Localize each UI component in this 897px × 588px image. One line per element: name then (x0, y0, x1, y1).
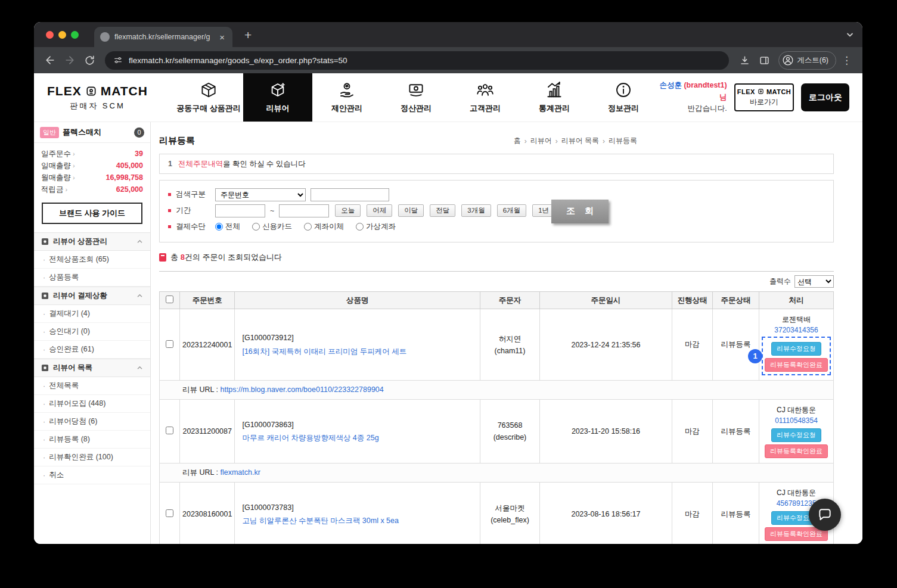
search-submit-button[interactable]: 조 회 (551, 200, 609, 223)
payment-radio[interactable] (215, 223, 223, 231)
sidebar-item-product-register[interactable]: ·상품등록 (34, 269, 150, 287)
bullet: · (43, 418, 45, 426)
browser-menu-icon[interactable]: ⋮ (838, 54, 855, 67)
payment-option-card[interactable]: 신용카드 (252, 222, 292, 232)
sidebar-item-cancel[interactable]: ·취소 (34, 466, 150, 484)
stat-monthly-sales[interactable]: 월매출량 › 16,998,758 (41, 172, 143, 183)
sidebar-item-payment-waiting[interactable]: ·결제대기 (4) (34, 305, 150, 323)
chevron-up-icon[interactable] (136, 294, 143, 298)
minimize-window-button[interactable] (58, 31, 66, 39)
sidebar-item-full-list[interactable]: ·전체목록 (34, 377, 150, 395)
payment-option-virtual[interactable]: 가상계좌 (356, 222, 396, 232)
flexmatch-logo[interactable]: FLEX MATCH 판매자 SCM (34, 73, 163, 122)
nav-item-group-products[interactable]: 공동구매 상품관리 (174, 73, 243, 122)
sidebar-item-all-products[interactable]: ·전체상품조회 (65) (34, 251, 150, 269)
nav-item-settlement[interactable]: 정산관리 (381, 73, 451, 122)
sidebar-section-reviewer-payments[interactable]: 리뷰어 결제상황 (34, 287, 150, 305)
product-cell: [G1000073863] 마무르 캐리어 차량용방향제색상 4종 25g (235, 400, 480, 463)
output-count-select[interactable]: 선택 (794, 275, 834, 288)
chevron-up-icon[interactable] (136, 239, 143, 244)
nav-item-proposals[interactable]: 제안관리 (312, 73, 381, 122)
forward-button[interactable] (61, 51, 79, 69)
payment-radio[interactable] (304, 223, 312, 231)
search-keyword-input[interactable] (311, 188, 389, 201)
nav-item-customers[interactable]: 고객관리 (451, 73, 520, 122)
url-bar[interactable]: flexmatch.kr/sellermanager/goods_e/exp_o… (105, 51, 729, 70)
back-button[interactable] (41, 51, 59, 69)
review-confirm-complete-button[interactable]: 리뷰등록확인완료 (765, 444, 828, 458)
payment-radio[interactable] (252, 223, 260, 231)
sidebar-item-review-confirmed[interactable]: ·리뷰확인완료 (100) (34, 449, 150, 466)
zoom-window-button[interactable] (71, 31, 79, 39)
new-tab-button[interactable]: + (240, 27, 256, 42)
review-url-link[interactable]: flexmatch.kr (220, 468, 260, 477)
breadcrumb-reviewer[interactable]: 리뷰어 (530, 136, 552, 146)
nav-item-reviewer[interactable]: 리뷰어 (243, 73, 312, 122)
review-edit-request-button[interactable]: 리뷰수정요청 (771, 428, 821, 442)
period-from-input[interactable] (215, 204, 265, 217)
payment-option-all[interactable]: 전체 (215, 222, 240, 232)
bullet: · (43, 382, 45, 390)
browser-tab[interactable]: flexmatch.kr/sellermanager/g × (94, 27, 232, 47)
review-url-link[interactable]: https://m.blog.naver.com/boe0110/2233227… (220, 385, 383, 394)
sidebar-item-reviewer-winner[interactable]: ·리뷰어당첨 (6) (34, 413, 150, 431)
side-panel-icon[interactable] (755, 51, 773, 69)
sidebar-item-label: 리뷰등록 (8) (49, 434, 90, 444)
stat-daily-sales[interactable]: 일매출량 › 405,000 (41, 160, 143, 172)
row-checkbox[interactable] (166, 427, 173, 434)
logout-button[interactable]: 로그아웃 (801, 83, 849, 111)
tab-close-icon[interactable]: × (218, 32, 226, 42)
row-checkbox[interactable] (166, 340, 173, 348)
orderer-cell[interactable]: 허지연 (cham11) (480, 309, 540, 381)
tracking-number-link[interactable]: 37203414356 (762, 325, 831, 335)
sidebar: 일반 플렉스매치 0 일주문수 › 39 일매출량 › 40 (34, 122, 151, 544)
sidebar-section-reviewer-list[interactable]: 리뷰어 목록 (34, 359, 150, 377)
review-confirm-complete-button[interactable]: 리뷰등록확인완료 (765, 358, 828, 372)
product-name-link[interactable]: 마무르 캐리어 차량용방향제색상 4종 25g (242, 431, 477, 445)
chart-icon (545, 81, 563, 99)
close-window-button[interactable] (46, 31, 54, 39)
stat-points[interactable]: 적립금 › 625,000 (41, 183, 143, 195)
result-prefix: 총 (170, 253, 181, 262)
nav-item-statistics[interactable]: 통계관리 (520, 73, 589, 122)
flexmatch-shortcut-button[interactable]: FLEX MATCH 바로가기 (734, 83, 794, 111)
period-yesterday-button[interactable]: 어제 (367, 204, 392, 217)
reload-button[interactable] (80, 51, 98, 69)
brand-guide-button[interactable]: 브랜드 사용 가이드 (42, 203, 142, 224)
orderer-cell[interactable]: 서울마켓 (celeb_flex) (480, 483, 540, 545)
chevron-up-icon[interactable] (136, 366, 143, 370)
tracking-number-link[interactable]: 01110548354 (762, 415, 831, 426)
download-icon[interactable] (735, 51, 753, 69)
period-to-input[interactable] (279, 204, 329, 217)
stat-daily-orders[interactable]: 일주문수 › 39 (41, 148, 143, 160)
search-type-select[interactable]: 주문번호 (215, 188, 306, 201)
sidebar-item-approval-done[interactable]: ·승인완료 (61) (34, 341, 150, 359)
col-order-date: 주문일시 (540, 292, 672, 309)
orderer-cell[interactable]: 763568 (describe) (480, 400, 540, 463)
select-all-checkbox[interactable] (166, 295, 173, 303)
breadcrumb-reviewer-list[interactable]: 리뷰어 목록 (561, 136, 599, 146)
sidebar-item-review-register[interactable]: ·리뷰등록 (8) (34, 431, 150, 449)
product-name-link[interactable]: 고님 히알루론산 수분폭탄 마스크팩 30ml x 5ea (242, 514, 477, 528)
sidebar-item-reviewer-recruit[interactable]: ·리뷰어모집 (448) (34, 395, 150, 413)
site-settings-icon[interactable] (113, 55, 123, 65)
period-today-button[interactable]: 오늘 (335, 204, 361, 217)
payment-option-transfer[interactable]: 계좌이체 (304, 222, 344, 232)
brand-count-badge[interactable]: 0 (134, 127, 144, 138)
chat-widget-button[interactable] (809, 499, 841, 531)
period-last-month-button[interactable]: 전달 (430, 204, 455, 217)
sidebar-item-approval-waiting[interactable]: ·승인대기 (0) (34, 323, 150, 341)
period-6months-button[interactable]: 6개월 (497, 204, 526, 217)
review-edit-request-button[interactable]: 리뷰수정요청 (771, 342, 821, 356)
row-checkbox[interactable] (166, 509, 173, 517)
browser-profile-button[interactable]: 게스트(6) (778, 51, 836, 70)
period-3months-button[interactable]: 3개월 (461, 204, 491, 217)
nav-item-information[interactable]: 정보관리 (589, 73, 658, 122)
sidebar-section-reviewer-products[interactable]: 리뷰어 상품관리 (34, 232, 150, 251)
payment-radio[interactable] (356, 223, 364, 231)
radio-label: 가상계좌 (366, 222, 396, 232)
tab-search-chevron-icon[interactable] (846, 32, 854, 38)
period-this-month-button[interactable]: 이달 (398, 204, 424, 217)
breadcrumb-home[interactable]: 홈 (514, 136, 521, 146)
product-name-link[interactable]: [16회차] 국제특허 이태리 프리미엄 두피케어 세트 (242, 345, 477, 359)
